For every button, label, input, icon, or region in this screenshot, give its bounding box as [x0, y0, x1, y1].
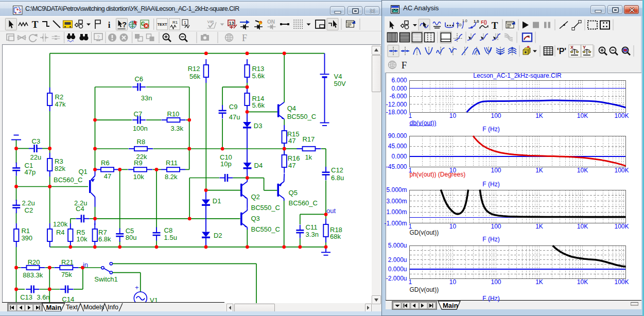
svg-text:3.000m: 3.000m	[386, 198, 407, 205]
svg-text:-18.000: -18.000	[386, 109, 407, 116]
svg-text:2.000u: 2.000u	[388, 256, 407, 264]
svg-text:100K: 100K	[614, 223, 629, 230]
svg-text:F (Hz): F (Hz)	[482, 181, 499, 188]
svg-text:F (Hz): F (Hz)	[482, 236, 499, 243]
svg-text:10: 10	[449, 223, 457, 230]
svg-text:100K: 100K	[614, 278, 629, 286]
svg-text:90.000: 90.000	[388, 132, 407, 139]
svg-text:10K: 10K	[577, 167, 588, 174]
svg-text:0.000: 0.000	[391, 153, 407, 160]
svg-text:1K: 1K	[535, 223, 543, 230]
svg-text:100: 100	[491, 167, 501, 174]
svg-text:Lecson_AC-1_2kHz-square.CIR: Lecson_AC-1_2kHz-square.CIR	[473, 72, 562, 79]
svg-text:-45.000: -45.000	[386, 163, 407, 170]
svg-text:1: 1	[409, 112, 412, 119]
svg-text:db(v(out)): db(v(out))	[410, 119, 437, 127]
svg-text:10K: 10K	[577, 278, 588, 286]
svg-text:-2.000u: -2.000u	[386, 275, 407, 282]
svg-text:0.000: 0.000	[391, 85, 407, 92]
svg-text:-1.000m: -1.000m	[384, 220, 407, 227]
svg-text:100: 100	[491, 278, 501, 286]
svg-text:GD(v(out)): GD(v(out))	[410, 229, 439, 236]
svg-text:1: 1	[409, 278, 412, 286]
svg-text:F (Hz): F (Hz)	[482, 295, 499, 302]
svg-text:100K: 100K	[614, 112, 629, 119]
svg-text:10: 10	[449, 112, 457, 119]
svg-text:5.000u: 5.000u	[388, 242, 407, 249]
svg-text:ph(v(out)) (Degrees): ph(v(out)) (Degrees)	[410, 171, 466, 178]
svg-text:100: 100	[491, 223, 501, 230]
svg-text:1K: 1K	[535, 167, 543, 174]
svg-text:6.000: 6.000	[391, 77, 407, 84]
svg-text:-6.000: -6.000	[389, 93, 407, 100]
svg-text:100K: 100K	[614, 167, 629, 174]
svg-text:5.000m: 5.000m	[386, 186, 407, 194]
svg-text:10K: 10K	[577, 112, 588, 119]
svg-text:10K: 10K	[577, 223, 588, 230]
svg-text:0.000u: 0.000u	[388, 266, 407, 273]
svg-text:-12.000: -12.000	[386, 101, 407, 108]
svg-text:1K: 1K	[535, 278, 543, 286]
svg-text:GD(v(out)): GD(v(out))	[410, 286, 439, 293]
svg-text:1K: 1K	[535, 112, 543, 119]
svg-text:1.000m: 1.000m	[386, 208, 407, 216]
svg-text:45.000: 45.000	[388, 143, 407, 150]
svg-text:100: 100	[491, 112, 501, 119]
svg-text:10: 10	[449, 278, 457, 286]
svg-text:F (Hz): F (Hz)	[482, 126, 499, 133]
